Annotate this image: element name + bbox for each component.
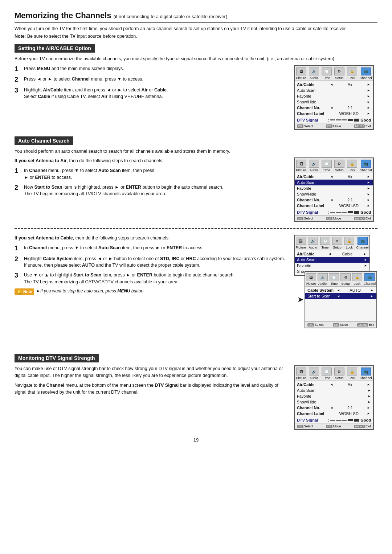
step1-number: 1 <box>15 65 21 73</box>
icon-channel-4: 📺Channel <box>360 368 372 380</box>
row4-aircable: Air/Cable◄Air► <box>295 382 373 387</box>
dtv-signal-1: DTV Signal : Good <box>295 117 373 123</box>
tv-menu-icons-4: 🖼Picture 🔊Audio 🕐Time ⚙Setup 🔒Lock 📺Chan… <box>295 366 373 381</box>
row4-showhide: Show/Hide► <box>295 399 373 405</box>
row-aircable: Air/Cable◄Air► <box>295 82 373 87</box>
menu3-stack: 🖼Picture 🔊Audio 🕐Time ⚙Setup 🔒Lock 📺Chan… <box>294 235 374 347</box>
menu3-front-container: ➤ 🖼Picture 🔊Audio 🕐Time ⚙Setup 🔒Lock 📺Ch… <box>298 271 377 328</box>
icon-channel-2: 📺Channel <box>360 160 372 172</box>
step3b-cable-bold: Cable <box>38 94 50 99</box>
step3-aircable-bold: Air/Cable <box>43 87 63 93</box>
tv-menu-icons-1: 🖼Picture 🔊Audio 🕐Time ⚙Setup 🔒Lock 📺Chan… <box>295 66 373 81</box>
section1-steps: 1 Press MENU and the main menu screen di… <box>15 65 287 103</box>
air-step2-content: Now Start to Scan item is highlighted, p… <box>24 184 287 198</box>
step-2: 2 Press ◄ or ► to select Channel menu, p… <box>15 76 287 84</box>
step1-menu-bold: MENU <box>37 66 50 71</box>
icon-picture-4: 🖼Picture <box>296 368 306 380</box>
step3-number: 3 <box>15 87 21 100</box>
cable-heading: If you set Antenna to Cable, then do the… <box>15 235 287 242</box>
section1-content: 1 Press MENU and the main menu screen di… <box>15 65 377 130</box>
page-title: Memorizing the Channels (if not connecti… <box>15 11 377 23</box>
section3-text: You can make use of DTV signal strength … <box>15 365 287 398</box>
icon-lock-4: 🔒Lock <box>347 368 357 380</box>
cable-step3-content: Use ▼ or ▲ to highlight Start to Scan it… <box>24 272 287 286</box>
row-autoscan: Auto Scan► <box>295 87 373 93</box>
row-channelno: Channel No.◄2.1► <box>295 105 373 111</box>
section3-p2: Navigate to the Channel menu, at the bot… <box>15 382 287 396</box>
tv-menu-4: 🖼Picture 🔊Audio 🕐Time ⚙Setup 🔒Lock 📺Chan… <box>294 365 374 430</box>
tv-menu-rows-1: Air/Cable◄Air► Auto Scan► Favorite► Show… <box>295 81 373 117</box>
cable-step2-content: Highlight Cable System item, press ◄ or … <box>24 255 287 269</box>
air-section: If you set Antenna to Air, then do the f… <box>15 157 377 222</box>
note-box: 🔔Note ● If you want to stop the auto sca… <box>15 288 287 295</box>
title-text: Memorizing the Channels <box>15 11 111 20</box>
icon-audio-2: 🔊Audio <box>309 160 319 172</box>
tv-menu-footer-1: OK Select OK Move MENU Exit <box>295 123 373 129</box>
icon-lock: 🔒Lock <box>347 67 357 80</box>
cable-step-1: 1 In Channel menu, press ▼ to select Aut… <box>15 245 287 253</box>
dtv-signal-4: DTV Signal : Good <box>295 417 373 423</box>
step3b-air-bold: Air <box>101 94 107 99</box>
section2-header: Auto Channel Search <box>15 136 73 145</box>
icon-time-4: 🕐Time <box>322 368 332 380</box>
note-line: Note: Be sure to select the TV input sou… <box>15 34 377 39</box>
step3-cable-bold: Cable <box>154 87 167 93</box>
title-subtitle: (if not connecting to a digital cable or… <box>114 14 228 19</box>
row4-autoscan: Auto Scan► <box>295 387 373 393</box>
row-showhide: Show/Hide► <box>295 99 373 105</box>
step3-content: Highlight Air/Cable item, and then press… <box>24 87 287 100</box>
section1-header: Setting the AIR/CABLE Option <box>15 44 95 53</box>
step2-content: Press ◄ or ► to select Channel menu, pre… <box>24 76 287 84</box>
tv-menu-rows-2: Air/Cable◄Air► Auto Scan► Favorite► Show… <box>295 173 373 209</box>
cable-step-3: 3 Use ▼ or ▲ to highlight Start to Scan … <box>15 272 287 286</box>
air-heading: If you set Antenna to Air, then do the f… <box>15 157 287 164</box>
section3-content: You can make use of DTV signal strength … <box>15 365 377 430</box>
icon-time-2: 🕐Time <box>322 160 332 172</box>
step-1: 1 Press MENU and the main menu screen di… <box>15 65 287 73</box>
section2-intro: You should perform an auto channel searc… <box>15 148 377 155</box>
air-step2-num: 2 <box>15 184 21 198</box>
dashed-separator <box>15 228 377 229</box>
intro-paragraph: When you turn on the TV for the first ti… <box>15 25 377 32</box>
air-steps: If you set Antenna to Air, then do the f… <box>15 157 287 200</box>
cable-step2-num: 2 <box>15 255 21 269</box>
section3-header: Monitoring DTV Signal Strength <box>15 354 99 362</box>
row4-channelno: Channel No.◄2.1► <box>295 405 373 411</box>
row2-favorite: Favorite► <box>295 185 373 191</box>
page-number: 19 <box>15 437 377 443</box>
section3-p1: You can make use of DTV signal strength … <box>15 365 287 379</box>
tv-menu-icons-2: 🖼Picture 🔊Audio 🕐Time ⚙Setup 🔒Lock 📺Chan… <box>295 158 373 173</box>
menu2-screenshot: 🖼Picture 🔊Audio 🕐Time ⚙Setup 🔒Lock 📺Chan… <box>294 157 377 222</box>
row2-channellabel: Channel LabelWGBH-SD► <box>295 203 373 209</box>
row2-aircable: Air/Cable◄Air► <box>295 174 373 180</box>
row-channellabel: Channel LabelWGBH-SD► <box>295 111 373 116</box>
note-text: ● If you want to stop the auto scan, pre… <box>36 288 144 294</box>
row4-channellabel: Channel LabelWGBH-SD► <box>295 411 373 416</box>
row4-favorite: Favorite► <box>295 393 373 399</box>
note-badge: 🔔Note <box>15 288 34 295</box>
row-favorite: Favorite► <box>295 93 373 99</box>
cable-step-2: 2 Highlight Cable System item, press ◄ o… <box>15 255 287 269</box>
icon-audio-4: 🔊Audio <box>309 368 319 380</box>
tv-menu-footer-4: OK Select OK Move MENU Exit <box>295 423 373 429</box>
cable-step3-num: 3 <box>15 272 21 286</box>
tv-menu-2: 🖼Picture 🔊Audio 🕐Time ⚙Setup 🔒Lock 📺Chan… <box>294 157 374 222</box>
menu3-back: 🖼Picture 🔊Audio 🕐Time ⚙Setup 🔒Lock 📺Chan… <box>294 235 370 276</box>
dtv-signal-2: DTV Signal : Good <box>295 209 373 215</box>
step-3: 3 Highlight Air/Cable item, and then pre… <box>15 87 287 100</box>
air-step1-num: 1 <box>15 167 21 181</box>
step1-content: Press MENU and the main menu screen disp… <box>24 65 287 73</box>
row2-channelno: Channel No.◄2.1► <box>295 197 373 203</box>
icon-lock-2: 🔒Lock <box>347 160 357 172</box>
air-step1-content: In Channel menu, press ▼ to select Auto … <box>24 167 287 181</box>
tv-menu-rows-4: Air/Cable◄Air► Auto Scan► Favorite► Show… <box>295 381 373 417</box>
section-auto-channel: Auto Channel Search You should perform a… <box>15 136 377 348</box>
row2-showhide: Show/Hide► <box>295 191 373 197</box>
icon-setup-2: ⚙Setup <box>334 160 344 172</box>
icon-setup-4: ⚙Setup <box>334 368 344 380</box>
note-label: Note <box>15 34 25 39</box>
icon-channel: 📺Channel <box>360 67 372 80</box>
note-tv-bold: TV <box>70 34 75 39</box>
step2-channel-bold: Channel <box>72 77 90 82</box>
menu4-screenshot: 🖼Picture 🔊Audio 🕐Time ⚙Setup 🔒Lock 📺Chan… <box>294 365 377 430</box>
